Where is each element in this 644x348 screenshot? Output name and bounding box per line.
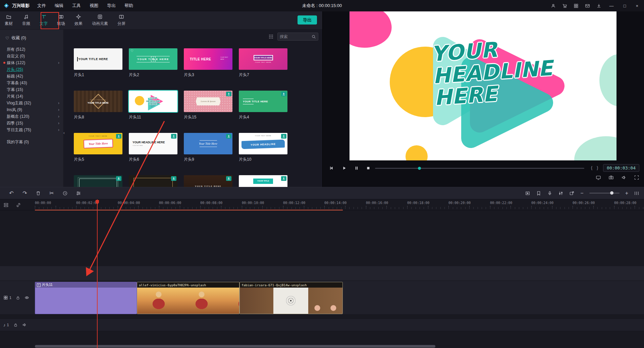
download-icon[interactable]: [116, 134, 121, 139]
menu-edit[interactable]: 编辑: [50, 0, 68, 11]
sidebar-item-media[interactable]: 媒体 (122)›: [0, 59, 63, 66]
search-box[interactable]: [277, 33, 318, 41]
template-card[interactable]: Lorem & Ipsum 片头15: [184, 91, 232, 118]
template-card[interactable]: [74, 175, 122, 187]
template-thumbnail[interactable]: Your Title Here: [184, 133, 232, 154]
previous-frame-button[interactable]: [327, 164, 336, 172]
download-icon[interactable]: [281, 176, 286, 181]
split-scissors-icon[interactable]: ✂: [45, 190, 58, 196]
zoom-slider-handle[interactable]: [610, 191, 613, 195]
eye-visibility-icon[interactable]: [24, 295, 29, 300]
pause-button[interactable]: [352, 164, 361, 172]
template-card[interactable]: [129, 175, 177, 187]
lock-icon[interactable]: [13, 323, 18, 327]
download-icon[interactable]: [226, 92, 231, 96]
adjust-icon[interactable]: [72, 191, 85, 196]
download-icon[interactable]: [226, 134, 231, 139]
sidebar-item-seasons[interactable]: 四季 (15)›: [0, 120, 63, 127]
template-card-selected[interactable]: YOURHEADLINEHERE 片头11: [129, 91, 177, 118]
template-thumbnail[interactable]: [129, 175, 177, 187]
sidebar-item-mysubtitles[interactable]: 我的字幕 (0): [0, 139, 63, 145]
template-thumbnail[interactable]: YOUR TITLE HERE: [74, 48, 122, 70]
download-icon[interactable]: [226, 176, 231, 181]
template-thumbnail[interactable]: YOUR TITLE: [239, 175, 287, 187]
template-thumbnail[interactable]: YOUR TEXT HEREYour Title Here: [74, 133, 122, 154]
template-card[interactable]: YOUR TITLE HERE 片头1: [74, 48, 122, 76]
zoom-out-icon[interactable]: −: [580, 190, 583, 196]
template-thumbnail[interactable]: YOUR TITLE HEREYOUR TEXT HERE: [239, 48, 287, 70]
link-clips-icon[interactable]: [16, 202, 21, 208]
tab-media[interactable]: 素材: [0, 14, 17, 27]
undo-icon[interactable]: ↶: [5, 190, 18, 196]
render-preview-icon[interactable]: [525, 191, 530, 196]
sidebar-item-openers[interactable]: 片头 (25): [0, 66, 63, 73]
download-center-icon[interactable]: [596, 3, 601, 8]
menu-file[interactable]: 文件: [33, 0, 50, 11]
playhead[interactable]: [97, 199, 98, 348]
delete-icon[interactable]: [32, 191, 45, 196]
maximize-button[interactable]: □: [622, 3, 628, 8]
search-icon[interactable]: [312, 35, 316, 39]
download-icon[interactable]: [281, 134, 286, 139]
audio-mixer-icon[interactable]: [558, 191, 564, 196]
sidebar-item-endcredits[interactable]: 片尾 (14): [0, 93, 63, 100]
lock-icon[interactable]: [16, 296, 20, 300]
video-track[interactable]: T片头11 allef-vinicius-6yp0aTH82PA-unsplas…: [0, 281, 644, 315]
sidebar-item-newconcept[interactable]: 新概念 (120)›: [0, 113, 63, 120]
apps-icon[interactable]: [574, 3, 579, 8]
grid-view-icon[interactable]: [269, 34, 273, 39]
minimize-button[interactable]: —: [608, 3, 615, 8]
template-thumbnail[interactable]: YOURHEADLINEHERE: [129, 91, 177, 112]
timeline-clip-video[interactable]: fabian-irsara-671-QujB14w-unsplash: [239, 282, 343, 314]
mail-icon[interactable]: [585, 3, 590, 8]
account-icon[interactable]: [551, 3, 556, 8]
template-card[interactable]: YOUR TEXT HEREYOUR HEADLINE 片头10: [239, 133, 287, 161]
menu-help[interactable]: 帮助: [120, 0, 138, 11]
template-card[interactable]: TITLE HEREYOUR TEXT HERE 片头3: [184, 48, 232, 76]
timeline-clip-title[interactable]: T片头11: [35, 282, 137, 314]
export-button[interactable]: 导出: [298, 15, 317, 24]
timeline-horizontal-scrollbar[interactable]: [35, 345, 435, 348]
close-button[interactable]: ×: [634, 3, 640, 8]
fullscreen-icon[interactable]: [634, 175, 639, 180]
detach-preview-icon[interactable]: [596, 175, 601, 180]
timeline-zoom-slider[interactable]: [589, 193, 620, 194]
tab-elements[interactable]: 动画元素: [87, 14, 113, 27]
sidebar-item-vlog[interactable]: Vlog主题 (32)›: [0, 100, 63, 106]
sidebar-item-lowerthirds[interactable]: 字幕条 (43): [0, 80, 63, 86]
sidebar-favorites[interactable]: ♡ 收藏 (0): [0, 34, 63, 42]
template-thumbnail[interactable]: YOUR TITLE HERE: [239, 91, 287, 112]
template-card[interactable]: YOUR TITLE HEREYOUR TEXT HERE 片头7: [239, 48, 287, 76]
download-icon[interactable]: [171, 176, 176, 181]
sidebar-item-all[interactable]: 所有 (512): [0, 46, 63, 53]
menu-tools[interactable]: 工具: [68, 0, 85, 11]
template-card[interactable]: ♡YOUR TITLE HERE 片头2: [129, 48, 177, 76]
template-thumbnail[interactable]: YOUR TITLE HERE: [184, 175, 232, 187]
snapshot-camera-icon[interactable]: [608, 175, 614, 180]
audio-track[interactable]: [0, 318, 644, 331]
sidebar-item-subtitles[interactable]: 字幕 (15): [0, 86, 63, 93]
template-card[interactable]: YOUR HEADLINE HEREYOUR TEXT HERE 片头6: [129, 133, 177, 161]
volume-icon[interactable]: [621, 175, 627, 180]
stop-button[interactable]: [364, 164, 373, 172]
template-thumbnail[interactable]: YOUR TEXT HEREYOUR HEADLINE: [239, 133, 287, 154]
mute-speaker-icon[interactable]: [22, 322, 27, 327]
collapse-sidebar-icon[interactable]: ‹: [63, 130, 65, 135]
template-card[interactable]: YOUR PRESENTYOUR TITLE HERE 片头8: [74, 91, 122, 118]
template-thumbnail[interactable]: [74, 175, 122, 187]
preview-seek-bar[interactable]: [375, 168, 584, 169]
template-thumbnail[interactable]: YOUR PRESENTYOUR TITLE HERE: [74, 91, 122, 112]
sidebar-item-holiday[interactable]: 节日主题 (75)›: [0, 127, 63, 133]
menu-export[interactable]: 导出: [103, 0, 120, 11]
export-frame-icon[interactable]: [569, 191, 575, 196]
preview-canvas[interactable]: YOUR HEADLINE HERE: [350, 11, 616, 160]
template-thumbnail[interactable]: TITLE HEREYOUR TEXT HERE: [184, 48, 232, 70]
favorite-heart-icon[interactable]: ♡: [130, 49, 133, 53]
track-manager-icon[interactable]: [3, 202, 9, 208]
timeline-clip-video[interactable]: allef-vinicius-6yp0aTH82PA-unsplash: [137, 282, 239, 314]
sidebar-item-custom[interactable]: 自定义 (0): [0, 53, 63, 59]
template-card[interactable]: YOUR TEXT HEREYour Title Here 片头5: [74, 133, 122, 161]
search-input[interactable]: [280, 34, 310, 39]
redo-icon[interactable]: ↷: [18, 190, 32, 196]
zoom-in-icon[interactable]: +: [625, 190, 628, 196]
